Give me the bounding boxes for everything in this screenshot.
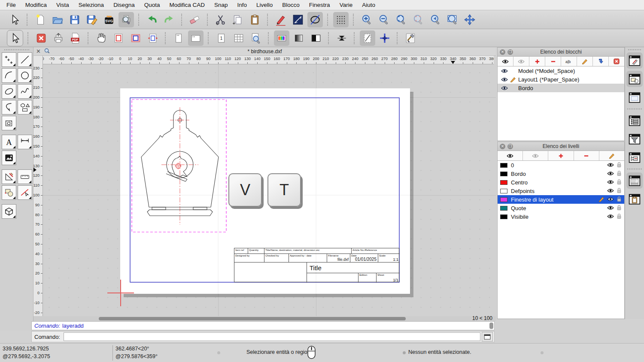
zoom-window-icon[interactable] (445, 12, 460, 27)
layer-row[interactable]: Quote (498, 204, 624, 212)
paste-icon[interactable] (247, 12, 263, 27)
copy-icon[interactable] (230, 12, 246, 27)
save-as-icon[interactable] (84, 12, 100, 27)
block-row[interactable]: Layout1 (*Paper_Space) (498, 75, 624, 84)
command-input[interactable] (64, 332, 480, 341)
block-list-panel-icon[interactable] (626, 112, 643, 129)
eraser-icon[interactable] (187, 12, 203, 27)
command-window-toggle-icon[interactable] (482, 332, 493, 341)
edit-block-icon[interactable] (577, 57, 593, 66)
selection-arrow-boxed-icon[interactable] (7, 30, 23, 46)
layer-lock-icon[interactable] (617, 205, 622, 212)
shape-tool-icon[interactable] (18, 100, 32, 115)
menu-varie[interactable]: Varie (335, 2, 358, 8)
drawing-canvas[interactable]: VT Item refQuantityTitle/Name, destinati… (43, 64, 496, 316)
show-layer-icon[interactable] (498, 151, 523, 160)
open-file-icon[interactable] (50, 12, 65, 27)
polyline-tool-icon[interactable] (2, 100, 16, 115)
layer-row[interactable]: Defpoints (498, 187, 624, 195)
property-editor-panel-icon[interactable] (626, 52, 643, 69)
pdf-export-icon[interactable]: PDF (68, 30, 83, 46)
crosshair-icon[interactable] (377, 30, 392, 46)
ellipse-tool-icon[interactable] (2, 84, 16, 99)
projection-panel-icon[interactable] (626, 149, 643, 166)
paper-spacing-icon[interactable] (334, 30, 349, 46)
selection-panel-icon[interactable] (626, 71, 643, 87)
multi-page-icon[interactable] (231, 30, 246, 46)
rename-block-icon[interactable]: a|b (561, 57, 577, 66)
spline-tool-icon[interactable] (18, 84, 32, 99)
strip-drag-handle[interactable] (628, 49, 641, 50)
layer-lock-icon[interactable] (617, 179, 622, 186)
clipboard-panel-icon[interactable] (626, 191, 643, 207)
block-visibility-eye-icon[interactable] (500, 86, 509, 90)
layer-color-swatch[interactable] (500, 214, 507, 219)
viewport-panel-icon[interactable] (626, 89, 643, 106)
selection-arrow-icon[interactable] (7, 12, 22, 27)
cut-icon[interactable] (213, 12, 228, 27)
point-tool-icon[interactable] (2, 52, 16, 67)
line-tool-icon[interactable] (18, 52, 32, 67)
block-visibility-eye-icon[interactable] (500, 69, 509, 73)
menu-aiuto[interactable]: Aiuto (357, 2, 380, 8)
block-row[interactable]: Model (*Model_Space) (498, 66, 624, 75)
color-mode-icon[interactable] (274, 30, 289, 46)
hide-block-icon[interactable] (513, 57, 529, 66)
layer-row[interactable]: Visibile (498, 212, 624, 221)
layer-visibility-eye-icon[interactable] (607, 205, 614, 211)
redo-icon[interactable] (161, 12, 177, 27)
draw-pencil-icon[interactable] (273, 12, 289, 27)
dimension-tool-icon[interactable] (18, 135, 32, 149)
hide-layer-icon[interactable] (523, 151, 548, 160)
draft-mode-icon[interactable] (360, 30, 375, 46)
block-visibility-eye-icon[interactable] (500, 77, 509, 82)
layer-row[interactable]: Finestre di layout (498, 195, 624, 204)
measure-tool-icon[interactable] (18, 169, 32, 184)
solid-tool-icon[interactable] (2, 204, 16, 219)
layer-visibility-eye-icon[interactable] (607, 214, 614, 220)
zoom-page-icon[interactable] (248, 30, 264, 46)
image-tool-icon[interactable] (2, 151, 16, 165)
fit-to-page-icon[interactable] (145, 30, 161, 46)
save-icon[interactable] (67, 12, 82, 27)
menu-modifica-cad[interactable]: Modifica CAD (164, 2, 210, 8)
zoom-out-icon[interactable] (376, 12, 392, 27)
boolean-tool-icon[interactable] (2, 185, 16, 200)
block-row[interactable]: Bordo (498, 84, 624, 92)
menu-vista[interactable]: Vista (52, 2, 74, 8)
menu-seleziona[interactable]: Seleziona (74, 2, 109, 8)
close-drawing-tab-icon[interactable]: ✕ (36, 48, 41, 54)
print-icon[interactable] (51, 30, 66, 46)
layer-row[interactable]: Centro (498, 178, 624, 187)
layer-lock-icon[interactable] (617, 170, 622, 178)
arc-tool-icon[interactable] (2, 68, 16, 83)
add-layer-icon[interactable] (548, 151, 574, 160)
ellipse-line-icon[interactable] (307, 12, 323, 27)
menu-file[interactable]: File (2, 2, 21, 8)
layer-visibility-eye-icon[interactable] (607, 179, 614, 186)
layer-row[interactable]: Bordo (498, 169, 624, 178)
layer-lock-icon[interactable] (617, 162, 622, 169)
page-portrait-icon[interactable] (171, 30, 186, 46)
layer-visibility-eye-icon[interactable] (607, 196, 614, 203)
layer-visibility-eye-icon[interactable] (607, 162, 614, 169)
text-tool-icon[interactable]: A (2, 135, 16, 149)
palette-drag-handle[interactable] (4, 49, 29, 50)
page-landscape-icon[interactable] (188, 30, 204, 46)
menu-modifica[interactable]: Modifica (21, 2, 52, 8)
layer-lock-icon[interactable] (617, 213, 622, 220)
layer-color-swatch[interactable] (500, 172, 507, 176)
remove-block-icon[interactable] (545, 57, 561, 66)
single-page-icon[interactable]: 1 (214, 30, 229, 46)
menu-snap[interactable]: Snap (210, 2, 233, 8)
pan-icon[interactable] (462, 12, 477, 27)
new-file-icon[interactable] (33, 12, 48, 27)
zoom-selection-icon[interactable] (410, 12, 426, 27)
undo-icon[interactable] (144, 12, 160, 27)
svg-export-icon[interactable]: SVG (101, 12, 117, 27)
zoom-fit-icon[interactable] (393, 12, 409, 27)
line-style-icon[interactable] (290, 12, 306, 27)
layer-visibility-eye-icon[interactable] (607, 188, 614, 194)
page-border-icon[interactable] (111, 30, 126, 46)
layer-color-swatch[interactable] (500, 163, 507, 168)
